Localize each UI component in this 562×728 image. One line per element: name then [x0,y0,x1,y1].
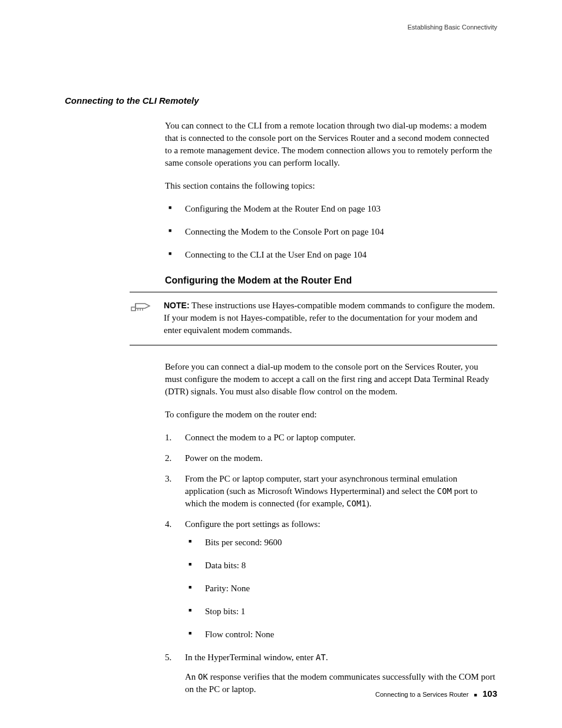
running-head: Establishing Basic Connectivity [65,24,497,31]
topics-list: Configuring the Modem at the Router End … [165,203,497,261]
steps-block: Before you can connect a dial-up modem t… [165,361,497,696]
step-text: From the PC or laptop computer, start yo… [185,474,457,496]
step-item: Connect the modem to a PC or laptop comp… [165,431,497,444]
step-text: In the HyperTerminal window, enter [185,653,316,662]
port-settings-list: Bits per second: 9600 Data bits: 8 Parit… [185,536,497,641]
page-number: 103 [482,689,497,699]
note-box: NOTE: These instructions use Hayes-compa… [130,292,497,345]
section-title: Connecting to the CLI Remotely [65,95,497,106]
step-text: ). [366,499,372,508]
footer-text: Connecting to a Services Router [375,691,468,698]
topics-lead: This section contains the following topi… [165,180,497,192]
square-bullet-icon: ■ [470,692,480,698]
sub-heading: Configuring the Modem at the Router End [165,274,497,287]
pre-steps-paragraph: Before you can connect a dial-up modem t… [165,361,497,398]
topic-item: Configuring the Modem at the Router End … [165,203,497,215]
topic-item: Connecting to the CLI at the User End on… [165,249,497,261]
step-text: Configure the port settings as follows: [185,519,320,529]
step-item: Power on the modem. [165,452,497,465]
topic-item: Connecting the Modem to the Console Port… [165,226,497,238]
steps-list: Connect the modem to a PC or laptop comp… [165,431,497,696]
hand-point-icon [130,299,153,337]
port-setting: Flow control: None [185,628,497,641]
step-text: . [326,653,328,662]
intro-block: You can connect to the CLI from a remote… [165,120,497,287]
code-com: COM [437,486,452,496]
page-content: Establishing Basic Connectivity Connecti… [0,0,562,696]
code-com1: COM1 [346,499,366,508]
note-label: NOTE: [164,301,190,310]
port-setting: Stop bits: 1 [185,605,497,618]
note-text: NOTE: These instructions use Hayes-compa… [164,299,497,337]
intro-paragraph: You can connect to the CLI from a remote… [165,120,497,169]
port-setting: Parity: None [185,582,497,595]
port-setting: Bits per second: 9600 [185,536,497,549]
note-body: These instructions use Hayes-compatible … [164,301,495,335]
step-item: From the PC or laptop computer, start yo… [165,473,497,510]
code-ok: OK [198,672,208,681]
page-footer: Connecting to a Services Router ■ 103 [375,689,497,699]
steps-lead: To configure the modem on the router end… [165,409,497,421]
step-text: An [185,672,198,681]
port-setting: Data bits: 8 [185,559,497,572]
code-at: AT [316,653,326,662]
step-item: Configure the port settings as follows: … [165,518,497,641]
